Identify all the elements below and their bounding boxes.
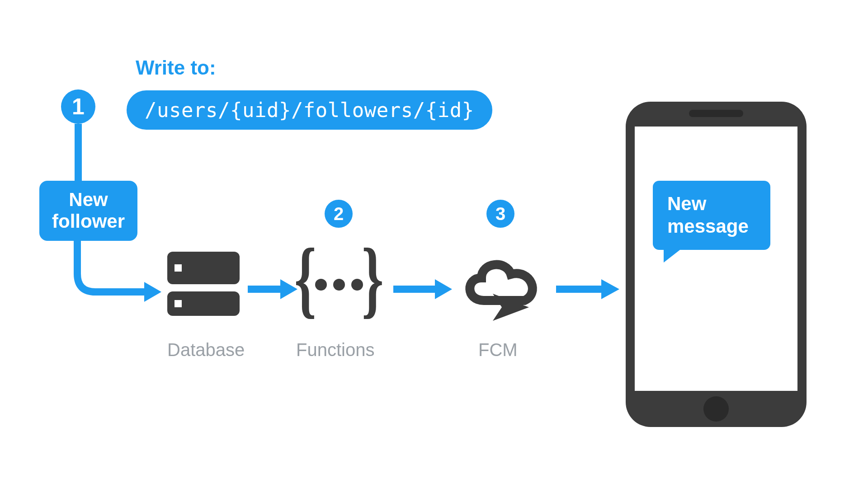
- fcm-cloud-icon: [457, 251, 547, 328]
- brace-left-icon: {: [294, 236, 316, 322]
- functions-icon: { }: [298, 249, 380, 321]
- message-line1: New: [667, 193, 706, 214]
- step-2-badge: 2: [325, 200, 353, 228]
- message-bubble-wrap: New message: [653, 181, 770, 263]
- step-3-badge: 3: [486, 200, 514, 228]
- svg-rect-3: [556, 286, 601, 293]
- fcm-label: FCM: [478, 340, 518, 360]
- phone-home-button: [703, 396, 729, 422]
- new-follower-box: New follower: [39, 181, 137, 241]
- database-disk: [167, 291, 240, 316]
- svg-rect-2: [393, 286, 435, 293]
- message-bubble: New message: [653, 181, 770, 250]
- dot-icon: [351, 279, 363, 291]
- new-follower-line2: follower: [52, 211, 125, 232]
- database-disk: [167, 252, 240, 284]
- step-1-badge: 1: [61, 89, 95, 124]
- functions-dots: [315, 279, 363, 291]
- database-icon: [167, 252, 240, 323]
- arrow-functions-to-fcm: [393, 279, 452, 299]
- dot-icon: [315, 279, 327, 291]
- phone-speaker: [689, 110, 743, 117]
- new-follower-line1: New: [69, 189, 108, 210]
- database-label: Database: [167, 340, 245, 360]
- functions-label: Functions: [296, 340, 374, 360]
- diagram-canvas: Write to: /users/{uid}/followers/{id} 1 …: [0, 0, 868, 488]
- arrow-follower-to-db: [72, 233, 162, 310]
- connector-step1-to-box: [75, 124, 82, 183]
- dot-icon: [333, 279, 345, 291]
- write-to-label: Write to:: [136, 56, 216, 79]
- svg-rect-0: [75, 124, 82, 183]
- brace-right-icon: }: [362, 236, 384, 322]
- svg-rect-1: [248, 286, 280, 293]
- bubble-tail-icon: [664, 250, 680, 263]
- phone-device: New message: [626, 102, 807, 427]
- write-path-pill: /users/{uid}/followers/{id}: [127, 90, 492, 130]
- arrow-fcm-to-phone: [556, 279, 619, 299]
- message-line2: message: [667, 216, 749, 237]
- arrow-db-to-functions: [248, 279, 297, 299]
